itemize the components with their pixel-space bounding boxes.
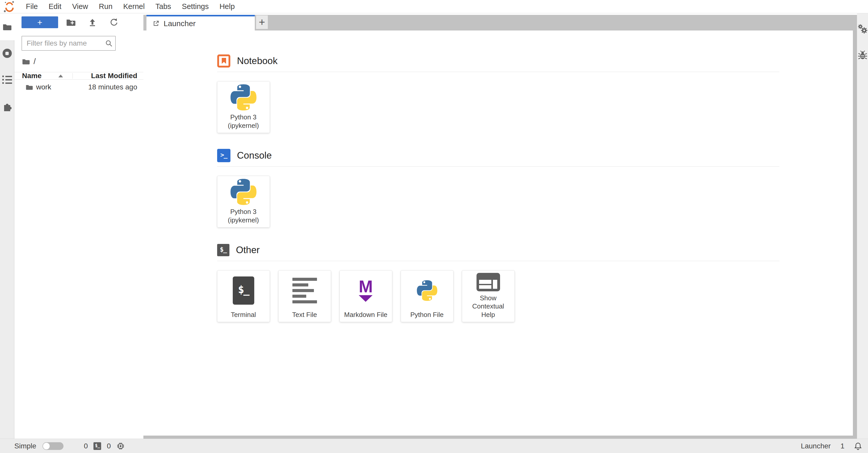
sort-ascending-icon (58, 75, 63, 77)
terminal-icon: $_ (217, 244, 229, 256)
console-icon: >_ (217, 149, 230, 162)
dock-tab-bar: Launcher + (144, 15, 857, 30)
launcher-icon (152, 20, 160, 27)
section-title: Console (237, 150, 272, 161)
gears-icon (857, 24, 868, 34)
jupyter-logo (3, 1, 16, 12)
menu-item-help[interactable]: Help (214, 0, 240, 13)
sidebar-tab-property-inspector[interactable] (857, 23, 868, 35)
card-label: Python File (410, 311, 443, 319)
filter-files-input[interactable] (22, 36, 116, 51)
puzzle-icon (2, 101, 12, 111)
menu-item-file[interactable]: File (21, 0, 43, 13)
new-folder-button[interactable] (65, 17, 76, 28)
new-folder-icon (66, 18, 76, 26)
launcher-card-show-contextual-help[interactable]: Show Contextual Help (462, 270, 515, 322)
notifications-count: 1 (840, 442, 844, 450)
sidebar-tab-table-of-contents[interactable] (2, 75, 12, 85)
current-widget-label: Launcher (801, 442, 831, 450)
simple-mode-label: Simple (14, 442, 36, 450)
python-logo (228, 176, 259, 207)
main-dock-panel: Launcher + Notebook (144, 13, 857, 438)
layout-split-icon (476, 273, 500, 291)
toggle-knob (43, 443, 50, 449)
home-folder-icon[interactable] (22, 58, 30, 65)
upload-icon (88, 18, 97, 27)
launcher-card-terminal[interactable]: $_ Terminal (217, 270, 270, 322)
tab-label: Launcher (164, 19, 196, 28)
menu-item-settings[interactable]: Settings (177, 0, 214, 13)
tab-launcher[interactable]: Launcher (147, 15, 255, 30)
python-logo (228, 82, 259, 113)
card-label: Show Contextual Help (465, 294, 512, 319)
folder-icon (26, 84, 33, 90)
sidebar-tab-running-kernels[interactable] (2, 48, 12, 58)
sidebar-tab-debugger[interactable] (857, 49, 868, 61)
terminals-count: 0 (84, 442, 88, 450)
launcher-section-notebook: Notebook Python 3 (ipykernel) (217, 54, 779, 133)
menu-item-kernel[interactable]: Kernel (118, 0, 150, 13)
kernels-count: 0 (107, 442, 111, 450)
right-sidebar-strip (857, 13, 868, 438)
file-name: work (36, 83, 51, 91)
section-divider (217, 261, 779, 261)
python-logo (415, 278, 439, 303)
breadcrumb-root: / (34, 57, 36, 66)
file-list-header: Name Last Modified (14, 72, 144, 80)
sidebar-tab-extensions[interactable] (2, 101, 12, 111)
launcher-section-console: >_ Console Python 3 (ipykernel) (217, 148, 779, 228)
card-label: Text File (292, 311, 317, 319)
terminal-badge-icon[interactable]: $_ (93, 442, 101, 450)
column-header-last-modified[interactable]: Last Modified (91, 72, 137, 80)
section-divider (217, 166, 779, 167)
menu-item-run[interactable]: Run (93, 0, 118, 13)
simple-mode-toggle[interactable] (42, 442, 63, 450)
new-launcher-button[interactable]: + (22, 17, 58, 28)
card-label: Python 3 (ipykernel) (220, 113, 267, 130)
text-lines-icon (292, 278, 317, 303)
menu-item-view[interactable]: View (67, 0, 93, 13)
file-last-modified: 18 minutes ago (88, 83, 137, 91)
column-header-name[interactable]: Name (22, 72, 63, 80)
left-sidebar-strip (0, 13, 14, 438)
section-title: Other (236, 245, 260, 255)
card-label: Terminal (231, 311, 256, 319)
breadcrumb: / (22, 56, 36, 67)
file-browser-panel: + / (14, 13, 144, 438)
new-tab-button[interactable]: + (256, 16, 268, 29)
file-row-work[interactable]: work 18 minutes ago (14, 80, 144, 94)
folder-icon (3, 23, 12, 31)
section-title: Notebook (237, 56, 278, 66)
menu-items: File Edit View Run Kernel Tabs Settings … (21, 0, 240, 13)
notebook-icon (217, 54, 230, 68)
refresh-button[interactable] (108, 17, 120, 28)
bug-icon (858, 50, 867, 60)
status-bar: Simple 0 $_ 0 Launcher 1 (0, 438, 868, 453)
launcher-card-notebook-python3[interactable]: Python 3 (ipykernel) (217, 81, 270, 133)
refresh-icon (109, 18, 119, 27)
bell-icon[interactable] (854, 442, 862, 450)
menu-bar: File Edit View Run Kernel Tabs Settings … (0, 0, 868, 13)
sidebar-tab-file-browser[interactable] (2, 22, 12, 32)
file-browser-toolbar: + (14, 16, 144, 29)
menu-item-edit[interactable]: Edit (43, 0, 67, 13)
launcher-card-markdown-file[interactable]: M Markdown File (340, 270, 392, 322)
card-label: Markdown File (344, 311, 388, 319)
terminal-icon: $_ (233, 277, 254, 305)
upload-button[interactable] (87, 17, 98, 28)
search-icon (105, 39, 113, 47)
launcher-section-other: $_ Other $_ Terminal (217, 243, 779, 322)
menu-item-tabs[interactable]: Tabs (150, 0, 177, 13)
list-icon (2, 76, 12, 84)
launcher-card-python-file[interactable]: Python File (401, 270, 454, 322)
running-icon (3, 49, 12, 58)
card-label: Python 3 (ipykernel) (220, 207, 267, 224)
launcher-card-console-python3[interactable]: Python 3 (ipykernel) (217, 176, 270, 228)
markdown-icon: M (359, 279, 373, 302)
column-divider (72, 73, 73, 79)
launcher-card-text-file[interactable]: Text File (278, 270, 331, 322)
kernel-chip-icon[interactable] (117, 442, 125, 450)
launcher-panel: Notebook Python 3 (ipykernel) >_ (144, 30, 853, 435)
